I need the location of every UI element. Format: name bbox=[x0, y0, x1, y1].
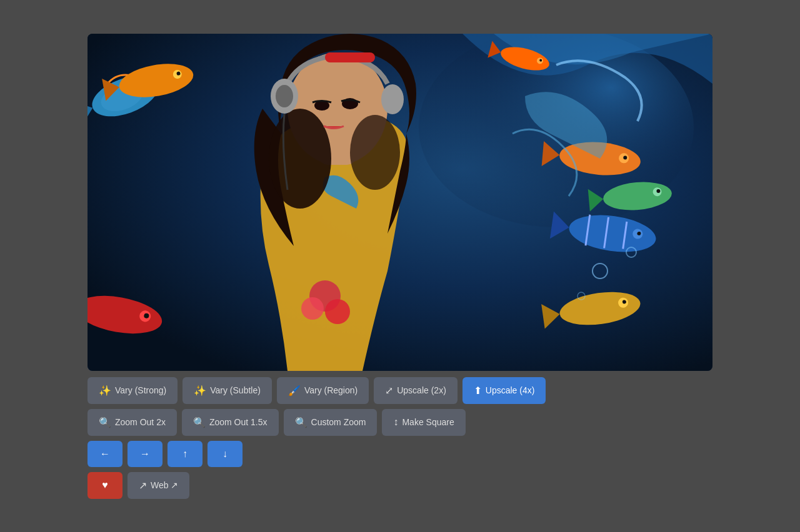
main-container: ✨ Vary (Strong) ✨ Vary (Subtle) 🖌️ Vary … bbox=[75, 21, 725, 511]
zoom-out-1-5x-button[interactable]: 🔍 Zoom Out 1.5x bbox=[182, 409, 279, 436]
arrow-left-button[interactable]: ← bbox=[88, 441, 122, 467]
row1-buttons: ✨ Vary (Strong) ✨ Vary (Subtle) 🖌️ Vary … bbox=[88, 377, 712, 404]
svg-point-39 bbox=[301, 297, 324, 320]
svg-point-48 bbox=[276, 85, 293, 107]
svg-rect-49 bbox=[325, 52, 375, 62]
svg-point-50 bbox=[381, 84, 404, 114]
vary-region-button[interactable]: 🖌️ Vary (Region) bbox=[277, 377, 369, 404]
zoom-out-2x-button[interactable]: 🔍 Zoom Out 2x bbox=[88, 409, 177, 436]
make-square-button[interactable]: ↕ Make Square bbox=[382, 409, 465, 436]
upscale-4x-button[interactable]: ⬆ Upscale (4x) bbox=[462, 377, 546, 404]
row4-buttons: ♥ ↗ Web ↗ bbox=[88, 472, 712, 499]
zoom-icon-2: 🔍 bbox=[193, 416, 206, 428]
heart-icon: ♥ bbox=[102, 480, 108, 491]
web-button[interactable]: ↗ Web ↗ bbox=[128, 472, 189, 499]
svg-point-44 bbox=[350, 115, 400, 190]
vary-strong-button[interactable]: ✨ Vary (Strong) bbox=[88, 377, 178, 404]
web-icon: ↗ bbox=[139, 480, 147, 491]
expand-icon: ⤢ bbox=[385, 385, 393, 397]
svg-point-40 bbox=[325, 299, 350, 324]
arrow-down-button[interactable]: ↓ bbox=[208, 441, 242, 467]
generated-image-container bbox=[88, 34, 712, 371]
upscale-2x-button[interactable]: ⤢ Upscale (2x) bbox=[374, 377, 458, 404]
zoom-icon-1: 🔍 bbox=[99, 416, 111, 428]
square-icon: ↕ bbox=[393, 416, 398, 428]
svg-point-43 bbox=[269, 109, 331, 209]
up-arrow-icon: ⬆ bbox=[474, 385, 482, 397]
arrow-right-button[interactable]: → bbox=[128, 441, 162, 467]
up-arrow-dir-icon: ↑ bbox=[182, 448, 188, 460]
row2-buttons: 🔍 Zoom Out 2x 🔍 Zoom Out 1.5x 🔍 Custom Z… bbox=[88, 409, 712, 436]
arrow-up-button[interactable]: ↑ bbox=[168, 441, 202, 467]
vary-subtle-button[interactable]: ✨ Vary (Subtle) bbox=[182, 377, 272, 404]
brush-icon: 🖌️ bbox=[288, 385, 301, 397]
sparkle-icon-2: ✨ bbox=[194, 385, 206, 397]
right-arrow-icon: → bbox=[140, 448, 150, 460]
sparkle-icon: ✨ bbox=[99, 385, 111, 397]
zoom-icon-3: 🔍 bbox=[295, 416, 308, 428]
row3-buttons: ← → ↑ ↓ bbox=[88, 441, 712, 467]
custom-zoom-button[interactable]: 🔍 Custom Zoom bbox=[284, 409, 378, 436]
artwork-svg bbox=[88, 34, 712, 371]
controls-container: ✨ Vary (Strong) ✨ Vary (Subtle) 🖌️ Vary … bbox=[88, 377, 712, 499]
heart-button[interactable]: ♥ bbox=[88, 472, 122, 499]
down-arrow-icon: ↓ bbox=[222, 448, 228, 460]
left-arrow-icon: ← bbox=[100, 448, 110, 460]
